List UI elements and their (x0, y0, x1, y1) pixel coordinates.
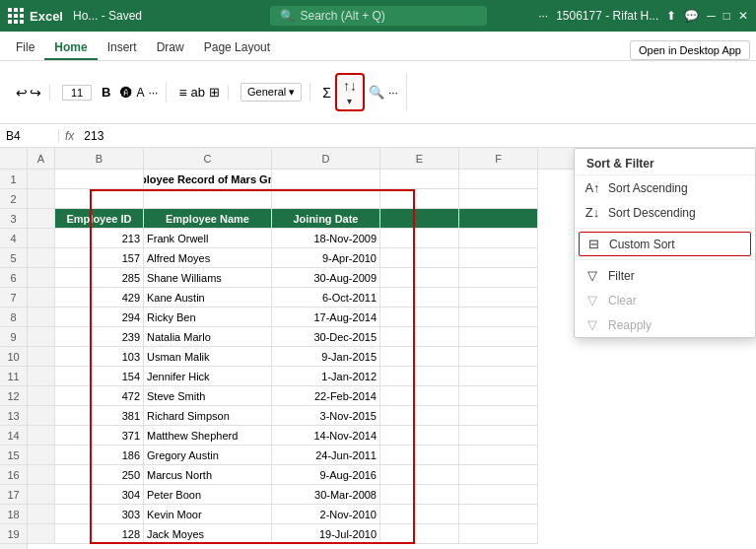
r10-c[interactable]: Usman Malik (144, 347, 272, 367)
r13-f[interactable] (459, 406, 538, 426)
r19-f[interactable] (459, 524, 538, 544)
r3-b[interactable]: Employee ID (55, 209, 144, 229)
r16-d[interactable]: 9-Aug-2016 (272, 465, 380, 485)
r13-a[interactable] (28, 406, 55, 426)
fill-color-btn[interactable]: 🅐 (120, 86, 132, 100)
search-bar[interactable]: 🔍 Search (Alt + Q) (270, 6, 487, 26)
r6-b[interactable]: 285 (55, 268, 144, 288)
share-icon[interactable]: ⬆ (666, 9, 676, 23)
r8-e[interactable] (380, 308, 459, 327)
r6-e[interactable] (380, 268, 459, 288)
number-format-dropdown[interactable]: General ▾ (241, 83, 302, 102)
r1-f[interactable] (459, 170, 538, 189)
r18-f[interactable] (459, 505, 538, 524)
align-btn[interactable]: ≡ (178, 85, 186, 101)
r8-b[interactable]: 294 (55, 308, 144, 327)
merge-btn[interactable]: ⊞ (209, 85, 220, 100)
r16-f[interactable] (459, 465, 538, 485)
font-color-btn[interactable]: A (136, 86, 144, 100)
r2-d[interactable] (272, 189, 380, 209)
r11-d[interactable]: 1-Jan-2012 (272, 367, 380, 386)
r15-f[interactable] (459, 446, 538, 465)
r12-e[interactable] (380, 386, 459, 406)
r1-a[interactable] (28, 170, 55, 189)
r15-b[interactable]: 186 (55, 446, 144, 465)
r5-e[interactable] (380, 248, 459, 268)
r5-c[interactable]: Alfred Moyes (144, 248, 272, 268)
r18-e[interactable] (380, 505, 459, 524)
sort-filter-btn[interactable]: ↑↓ ▾ (335, 73, 365, 111)
minimize-icon[interactable]: ─ (707, 9, 716, 23)
r7-d[interactable]: 6-Oct-2011 (272, 288, 380, 308)
r2-c[interactable] (144, 189, 272, 209)
redo-btn[interactable]: ↪ (30, 85, 41, 101)
r13-e[interactable] (380, 406, 459, 426)
sort-ascending-item[interactable]: A↑ Sort Ascending (575, 175, 755, 200)
tab-file[interactable]: File (6, 36, 44, 60)
more-editing-btn[interactable]: ··· (388, 86, 398, 100)
tab-draw[interactable]: Draw (147, 36, 194, 60)
autosum-btn[interactable]: Σ (322, 85, 331, 101)
more-font-btn[interactable]: ··· (148, 86, 158, 100)
r1-c[interactable]: Employee Record of Mars Group (144, 170, 272, 189)
r19-b[interactable]: 128 (55, 524, 144, 544)
r18-d[interactable]: 2-Nov-2010 (272, 505, 380, 524)
r3-a[interactable] (28, 209, 55, 229)
r10-f[interactable] (459, 347, 538, 367)
r1-e[interactable] (380, 170, 459, 189)
r11-b[interactable]: 154 (55, 367, 144, 386)
r10-b[interactable]: 103 (55, 347, 144, 367)
r5-d[interactable]: 9-Apr-2010 (272, 248, 380, 268)
r11-e[interactable] (380, 367, 459, 386)
r4-a[interactable] (28, 229, 55, 248)
r6-f[interactable] (459, 268, 538, 288)
r9-a[interactable] (28, 327, 55, 347)
r14-a[interactable] (28, 426, 55, 446)
r8-c[interactable]: Ricky Ben (144, 308, 272, 327)
close-icon[interactable]: ✕ (738, 9, 748, 23)
r2-b[interactable] (55, 189, 144, 209)
r17-c[interactable]: Peter Boon (144, 485, 272, 505)
r3-f[interactable] (459, 209, 538, 229)
r2-a[interactable] (28, 189, 55, 209)
r16-c[interactable]: Marcus North (144, 465, 272, 485)
r9-b[interactable]: 239 (55, 327, 144, 347)
r8-f[interactable] (459, 308, 538, 327)
r8-a[interactable] (28, 308, 55, 327)
r4-e[interactable] (380, 229, 459, 248)
r14-e[interactable] (380, 426, 459, 446)
tab-page-layout[interactable]: Page Layout (194, 36, 280, 60)
r11-c[interactable]: Jennifer Hick (144, 367, 272, 386)
r7-f[interactable] (459, 288, 538, 308)
r5-b[interactable]: 157 (55, 248, 144, 268)
r16-e[interactable] (380, 465, 459, 485)
r3-e[interactable] (380, 209, 459, 229)
r12-f[interactable] (459, 386, 538, 406)
r16-a[interactable] (28, 465, 55, 485)
r12-a[interactable] (28, 386, 55, 406)
r17-a[interactable] (28, 485, 55, 505)
r6-c[interactable]: Shane Williams (144, 268, 272, 288)
sort-descending-item[interactable]: Z↓ Sort Descending (575, 200, 755, 225)
r17-d[interactable]: 30-Mar-2008 (272, 485, 380, 505)
r4-c[interactable]: Frank Orwell (144, 229, 272, 248)
r11-a[interactable] (28, 367, 55, 386)
r1-d[interactable] (272, 170, 380, 189)
r18-b[interactable]: 303 (55, 505, 144, 524)
font-size-input[interactable]: 11 (62, 85, 92, 101)
r19-a[interactable] (28, 524, 55, 544)
r1-b[interactable] (55, 170, 144, 189)
r18-a[interactable] (28, 505, 55, 524)
r2-f[interactable] (459, 189, 538, 209)
r7-b[interactable]: 429 (55, 288, 144, 308)
custom-sort-item[interactable]: ⊟ Custom Sort (579, 232, 751, 256)
r6-a[interactable] (28, 268, 55, 288)
r3-d[interactable]: Joining Date (272, 209, 380, 229)
r7-e[interactable] (380, 288, 459, 308)
r9-c[interactable]: Natalia Marlo (144, 327, 272, 347)
r16-b[interactable]: 250 (55, 465, 144, 485)
wrap-btn[interactable]: ab (191, 85, 205, 100)
r18-c[interactable]: Kevin Moor (144, 505, 272, 524)
r12-c[interactable]: Steve Smith (144, 386, 272, 406)
filter-item[interactable]: ▽ Filter (575, 263, 755, 288)
